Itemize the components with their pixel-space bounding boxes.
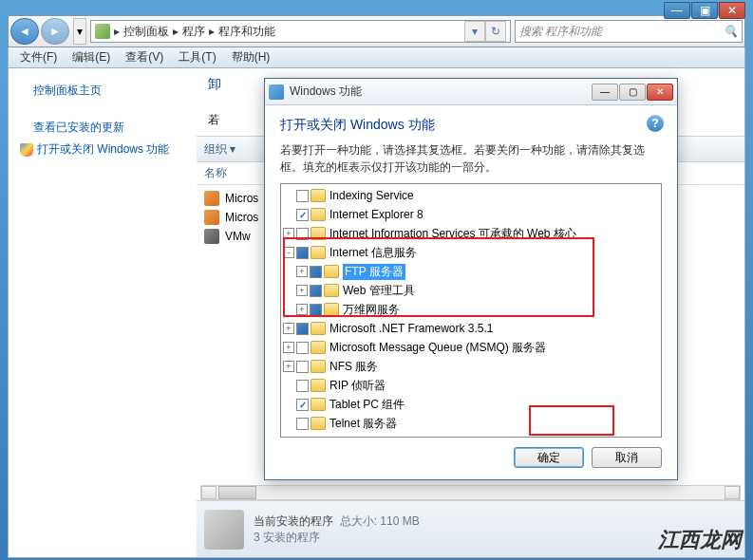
- tree-item[interactable]: +Internet Information Services 可承载的 Web …: [283, 224, 659, 243]
- checkbox[interactable]: [296, 380, 309, 392]
- search-icon: 🔍: [724, 25, 738, 38]
- folder-icon: [311, 246, 326, 259]
- tree-item-label: Telnet 服务器: [329, 416, 397, 432]
- help-icon[interactable]: ?: [647, 115, 664, 132]
- checkbox[interactable]: [296, 247, 309, 259]
- shield-icon: [20, 143, 33, 157]
- folder-icon: [311, 417, 326, 430]
- expander-placeholder: [283, 190, 294, 201]
- scroll-thumb[interactable]: [218, 486, 256, 499]
- checkbox[interactable]: [310, 285, 322, 297]
- menu-help[interactable]: 帮助(H): [224, 47, 278, 67]
- tree-item[interactable]: +Microsoft .NET Framework 3.5.1: [283, 319, 659, 338]
- tree-item[interactable]: Tablet PC 组件: [283, 395, 659, 414]
- tree-item[interactable]: +Web 管理工具: [283, 281, 659, 300]
- features-tree: Indexing ServiceInternet Explorer 8+Inte…: [280, 183, 662, 438]
- search-input[interactable]: 搜索 程序和功能 🔍: [515, 20, 743, 43]
- sidebar-updates-link[interactable]: 查看已安装的更新: [20, 117, 184, 139]
- dialog-titlebar[interactable]: Windows 功能 — ▢ ✕: [265, 79, 677, 105]
- scroll-left-icon[interactable]: [201, 486, 216, 499]
- checkbox[interactable]: [296, 323, 309, 335]
- tree-item-label: RIP 侦听器: [329, 378, 386, 394]
- tree-item-label: Indexing Service: [329, 189, 414, 202]
- tree-item-label: NFS 服务: [329, 359, 378, 375]
- ok-button[interactable]: 确定: [514, 447, 584, 468]
- tree-item[interactable]: Indexing Service: [283, 186, 659, 205]
- scroll-right-icon[interactable]: [725, 486, 740, 499]
- sidebar: 控制面板主页 查看已安装的更新 打开或关闭 Windows 功能: [9, 68, 197, 557]
- cancel-button[interactable]: 取消: [592, 447, 662, 468]
- toolbar: ◄ ► ▾ ▸ 控制面板 ▸ 程序 ▸ 程序和功能 ▾ ↻ 搜索 程序和功能 🔍: [8, 15, 745, 47]
- status-bar: 当前安装的程序 总大小: 110 MB 3 安装的程序: [197, 500, 744, 557]
- checkbox[interactable]: [296, 190, 309, 202]
- sidebar-features-link[interactable]: 打开或关闭 Windows 功能: [20, 139, 184, 160]
- breadcrumb-item[interactable]: 控制面板: [123, 24, 169, 40]
- search-placeholder: 搜索 程序和功能: [519, 24, 602, 40]
- folder-icon: [311, 379, 326, 392]
- breadcrumb-item[interactable]: 程序和功能: [218, 24, 275, 40]
- addressbar[interactable]: ▸ 控制面板 ▸ 程序 ▸ 程序和功能 ▾ ↻: [90, 20, 511, 43]
- expand-icon[interactable]: +: [283, 228, 294, 239]
- dialog-minimize-button[interactable]: —: [592, 84, 618, 101]
- maximize-button[interactable]: ▣: [691, 2, 718, 19]
- folder-icon: [324, 303, 339, 316]
- folder-icon: [324, 265, 339, 278]
- breadcrumb-item[interactable]: 程序: [182, 24, 205, 40]
- dialog-close-button[interactable]: ✕: [647, 84, 673, 101]
- location-icon: [95, 24, 110, 39]
- program-name: VMw: [225, 230, 251, 243]
- tree-item[interactable]: -Internet 信息服务: [283, 243, 659, 262]
- expand-icon[interactable]: +: [296, 285, 308, 296]
- checkbox[interactable]: [296, 399, 309, 411]
- checkbox[interactable]: [296, 418, 309, 430]
- summary-title: 当前安装的程序 总大小: 110 MB: [254, 513, 420, 530]
- tree-item[interactable]: +FTP 服务器: [283, 262, 659, 281]
- tree-item[interactable]: +Microsoft Message Queue (MSMQ) 服务器: [283, 338, 659, 357]
- tree-item-label: Internet Explorer 8: [329, 208, 424, 221]
- tree-item[interactable]: Internet Explorer 8: [283, 205, 659, 224]
- menu-tools[interactable]: 工具(T): [171, 47, 223, 67]
- refresh-button[interactable]: ↻: [485, 21, 506, 42]
- expand-icon[interactable]: +: [296, 266, 308, 277]
- menu-file[interactable]: 文件(F): [12, 47, 65, 67]
- window-controls: — ▣ ✕: [664, 2, 745, 19]
- tree-item-label: Internet 信息服务: [329, 245, 417, 261]
- folder-icon: [311, 208, 326, 221]
- folder-icon: [324, 284, 339, 297]
- expand-icon[interactable]: +: [283, 323, 294, 334]
- history-dropdown[interactable]: ▾: [73, 18, 86, 45]
- windows-features-dialog: Windows 功能 — ▢ ✕ ? 打开或关闭 Windows 功能 若要打开…: [264, 78, 678, 480]
- expand-icon[interactable]: +: [283, 342, 294, 353]
- forward-button[interactable]: ►: [41, 18, 69, 45]
- expand-icon[interactable]: +: [283, 361, 294, 372]
- checkbox[interactable]: [296, 228, 309, 240]
- dropdown-button[interactable]: ▾: [464, 21, 485, 42]
- sidebar-link-label: 打开或关闭 Windows 功能: [37, 141, 169, 158]
- horizontal-scrollbar[interactable]: [200, 485, 741, 500]
- organize-button[interactable]: 组织 ▾: [204, 141, 235, 158]
- checkbox[interactable]: [310, 304, 322, 316]
- checkbox[interactable]: [296, 209, 309, 221]
- expander-placeholder: [283, 399, 294, 410]
- dialog-heading: 打开或关闭 Windows 功能: [280, 117, 662, 134]
- breadcrumb-sep: ▸: [173, 25, 179, 38]
- collapse-icon[interactable]: -: [283, 247, 294, 258]
- titlebar: [0, 0, 753, 8]
- sidebar-home-link[interactable]: 控制面板主页: [20, 80, 184, 102]
- expand-icon[interactable]: +: [296, 304, 308, 315]
- back-button[interactable]: ◄: [10, 18, 39, 45]
- tree-item[interactable]: Telnet 服务器: [283, 414, 659, 433]
- tree-item-label: Internet Information Services 可承载的 Web 核…: [329, 226, 576, 242]
- menu-view[interactable]: 查看(V): [118, 47, 171, 67]
- breadcrumb-sep: ▸: [209, 25, 215, 38]
- checkbox[interactable]: [296, 361, 309, 373]
- checkbox[interactable]: [310, 266, 322, 278]
- menu-edit[interactable]: 编辑(E): [65, 47, 118, 67]
- tree-item[interactable]: +万维网服务: [283, 300, 659, 319]
- minimize-button[interactable]: —: [664, 2, 690, 19]
- close-button[interactable]: ✕: [719, 2, 745, 19]
- tree-item[interactable]: RIP 侦听器: [283, 376, 659, 395]
- dialog-maximize-button[interactable]: ▢: [619, 84, 646, 101]
- tree-item[interactable]: +NFS 服务: [283, 357, 659, 376]
- checkbox[interactable]: [296, 342, 309, 354]
